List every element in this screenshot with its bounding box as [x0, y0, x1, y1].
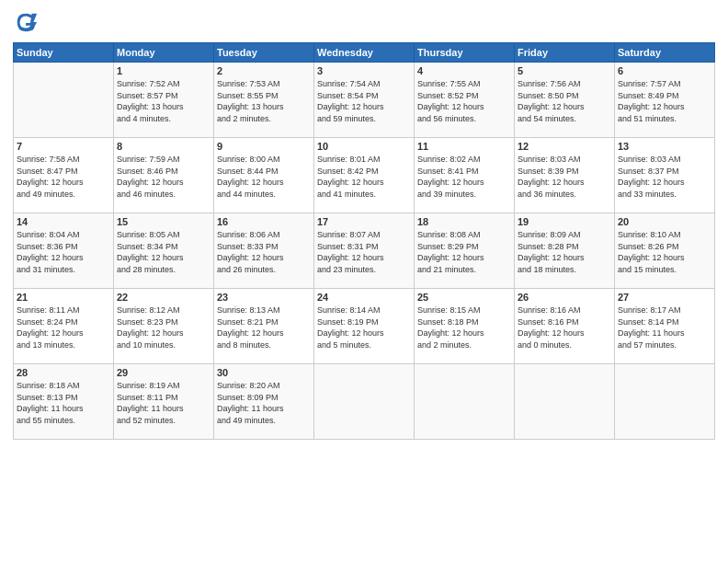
- day-number: 27: [618, 292, 711, 303]
- day-number: 12: [518, 141, 611, 152]
- calendar-cell: [415, 364, 515, 440]
- day-number: 24: [317, 292, 411, 303]
- day-number: 13: [618, 141, 711, 152]
- day-info: Sunrise: 7:54 AM Sunset: 8:54 PM Dayligh…: [317, 78, 411, 124]
- weekday-header: Sunday: [14, 43, 114, 63]
- day-info: Sunrise: 8:01 AM Sunset: 8:42 PM Dayligh…: [317, 154, 411, 200]
- calendar-cell: 12Sunrise: 8:03 AM Sunset: 8:39 PM Dayli…: [515, 138, 615, 213]
- calendar-cell: 21Sunrise: 8:11 AM Sunset: 8:24 PM Dayli…: [14, 289, 114, 364]
- day-info: Sunrise: 8:03 AM Sunset: 8:39 PM Dayligh…: [518, 154, 611, 200]
- weekday-header: Wednesday: [314, 43, 415, 63]
- day-number: 19: [518, 216, 611, 227]
- day-info: Sunrise: 8:06 AM Sunset: 8:33 PM Dayligh…: [217, 229, 311, 275]
- calendar-cell: 3Sunrise: 7:54 AM Sunset: 8:54 PM Daylig…: [314, 63, 415, 138]
- day-info: Sunrise: 8:19 AM Sunset: 8:11 PM Dayligh…: [117, 380, 210, 426]
- day-number: 4: [417, 65, 511, 76]
- calendar-week-row: 1Sunrise: 7:52 AM Sunset: 8:57 PM Daylig…: [14, 63, 715, 138]
- day-number: 10: [317, 141, 411, 152]
- calendar-cell: 19Sunrise: 8:09 AM Sunset: 8:28 PM Dayli…: [515, 213, 615, 289]
- day-info: Sunrise: 8:02 AM Sunset: 8:41 PM Dayligh…: [417, 154, 511, 200]
- calendar-cell: 27Sunrise: 8:17 AM Sunset: 8:14 PM Dayli…: [615, 289, 715, 364]
- day-info: Sunrise: 7:55 AM Sunset: 8:52 PM Dayligh…: [417, 78, 511, 124]
- day-number: 23: [217, 292, 311, 303]
- calendar-cell: 1Sunrise: 7:52 AM Sunset: 8:57 PM Daylig…: [114, 63, 214, 138]
- page-container: SundayMondayTuesdayWednesdayThursdayFrid…: [0, 0, 728, 563]
- calendar-cell: 4Sunrise: 7:55 AM Sunset: 8:52 PM Daylig…: [415, 63, 515, 138]
- logo-icon: [13, 9, 39, 35]
- day-info: Sunrise: 8:18 AM Sunset: 8:13 PM Dayligh…: [17, 380, 110, 426]
- calendar-cell: 26Sunrise: 8:16 AM Sunset: 8:16 PM Dayli…: [515, 289, 615, 364]
- calendar-cell: [314, 364, 415, 440]
- day-info: Sunrise: 8:03 AM Sunset: 8:37 PM Dayligh…: [618, 154, 711, 200]
- day-number: 30: [217, 367, 311, 378]
- day-info: Sunrise: 7:57 AM Sunset: 8:49 PM Dayligh…: [618, 78, 711, 124]
- day-info: Sunrise: 8:09 AM Sunset: 8:28 PM Dayligh…: [518, 229, 611, 275]
- day-number: 2: [217, 65, 311, 76]
- day-info: Sunrise: 8:15 AM Sunset: 8:18 PM Dayligh…: [417, 304, 511, 350]
- calendar-cell: 13Sunrise: 8:03 AM Sunset: 8:37 PM Dayli…: [615, 138, 715, 213]
- calendar-cell: 29Sunrise: 8:19 AM Sunset: 8:11 PM Dayli…: [114, 364, 214, 440]
- calendar-cell: 2Sunrise: 7:53 AM Sunset: 8:55 PM Daylig…: [214, 63, 314, 138]
- day-info: Sunrise: 7:52 AM Sunset: 8:57 PM Dayligh…: [117, 78, 210, 124]
- day-number: 29: [117, 367, 210, 378]
- day-info: Sunrise: 7:53 AM Sunset: 8:55 PM Dayligh…: [217, 78, 311, 124]
- calendar-cell: 16Sunrise: 8:06 AM Sunset: 8:33 PM Dayli…: [214, 213, 314, 289]
- day-number: 20: [618, 216, 711, 227]
- day-info: Sunrise: 8:20 AM Sunset: 8:09 PM Dayligh…: [217, 380, 311, 426]
- calendar-cell: 23Sunrise: 8:13 AM Sunset: 8:21 PM Dayli…: [214, 289, 314, 364]
- day-number: 9: [217, 141, 311, 152]
- calendar-cell: 18Sunrise: 8:08 AM Sunset: 8:29 PM Dayli…: [415, 213, 515, 289]
- day-number: 22: [117, 292, 210, 303]
- day-number: 15: [117, 216, 210, 227]
- day-number: 6: [618, 65, 711, 76]
- calendar-cell: [515, 364, 615, 440]
- weekday-header: Thursday: [415, 43, 515, 63]
- day-number: 5: [518, 65, 611, 76]
- day-number: 3: [317, 65, 411, 76]
- day-info: Sunrise: 8:05 AM Sunset: 8:34 PM Dayligh…: [117, 229, 210, 275]
- calendar-cell: 22Sunrise: 8:12 AM Sunset: 8:23 PM Dayli…: [114, 289, 214, 364]
- day-number: 11: [417, 141, 511, 152]
- day-info: Sunrise: 8:13 AM Sunset: 8:21 PM Dayligh…: [217, 304, 311, 350]
- calendar-week-row: 14Sunrise: 8:04 AM Sunset: 8:36 PM Dayli…: [14, 213, 715, 289]
- calendar-cell: [14, 63, 114, 138]
- weekday-header: Tuesday: [214, 43, 314, 63]
- day-info: Sunrise: 8:16 AM Sunset: 8:16 PM Dayligh…: [518, 304, 611, 350]
- calendar-cell: 7Sunrise: 7:58 AM Sunset: 8:47 PM Daylig…: [14, 138, 114, 213]
- day-info: Sunrise: 8:00 AM Sunset: 8:44 PM Dayligh…: [217, 154, 311, 200]
- day-info: Sunrise: 8:12 AM Sunset: 8:23 PM Dayligh…: [117, 304, 210, 350]
- day-number: 8: [117, 141, 210, 152]
- weekday-header: Saturday: [615, 43, 715, 63]
- calendar-cell: 28Sunrise: 8:18 AM Sunset: 8:13 PM Dayli…: [14, 364, 114, 440]
- calendar-cell: 5Sunrise: 7:56 AM Sunset: 8:50 PM Daylig…: [515, 63, 615, 138]
- day-info: Sunrise: 7:58 AM Sunset: 8:47 PM Dayligh…: [17, 154, 110, 200]
- logo: [13, 9, 42, 35]
- day-info: Sunrise: 7:59 AM Sunset: 8:46 PM Dayligh…: [117, 154, 210, 200]
- calendar-week-row: 28Sunrise: 8:18 AM Sunset: 8:13 PM Dayli…: [14, 364, 715, 440]
- calendar-cell: [615, 364, 715, 440]
- weekday-header: Friday: [515, 43, 615, 63]
- day-number: 1: [117, 65, 210, 76]
- day-info: Sunrise: 8:17 AM Sunset: 8:14 PM Dayligh…: [618, 304, 711, 350]
- weekday-header: Monday: [114, 43, 214, 63]
- header: [13, 9, 715, 35]
- calendar-cell: 14Sunrise: 8:04 AM Sunset: 8:36 PM Dayli…: [14, 213, 114, 289]
- calendar-table: SundayMondayTuesdayWednesdayThursdayFrid…: [13, 42, 715, 440]
- calendar-cell: 11Sunrise: 8:02 AM Sunset: 8:41 PM Dayli…: [415, 138, 515, 213]
- calendar-cell: 15Sunrise: 8:05 AM Sunset: 8:34 PM Dayli…: [114, 213, 214, 289]
- calendar-cell: 17Sunrise: 8:07 AM Sunset: 8:31 PM Dayli…: [314, 213, 415, 289]
- day-number: 17: [317, 216, 411, 227]
- calendar-week-row: 7Sunrise: 7:58 AM Sunset: 8:47 PM Daylig…: [14, 138, 715, 213]
- calendar-week-row: 21Sunrise: 8:11 AM Sunset: 8:24 PM Dayli…: [14, 289, 715, 364]
- calendar-cell: 25Sunrise: 8:15 AM Sunset: 8:18 PM Dayli…: [415, 289, 515, 364]
- day-info: Sunrise: 8:11 AM Sunset: 8:24 PM Dayligh…: [17, 304, 110, 350]
- day-info: Sunrise: 8:10 AM Sunset: 8:26 PM Dayligh…: [618, 229, 711, 275]
- day-info: Sunrise: 8:04 AM Sunset: 8:36 PM Dayligh…: [17, 229, 110, 275]
- calendar-cell: 20Sunrise: 8:10 AM Sunset: 8:26 PM Dayli…: [615, 213, 715, 289]
- day-number: 25: [417, 292, 511, 303]
- day-number: 26: [518, 292, 611, 303]
- calendar-cell: 6Sunrise: 7:57 AM Sunset: 8:49 PM Daylig…: [615, 63, 715, 138]
- weekday-header-row: SundayMondayTuesdayWednesdayThursdayFrid…: [14, 43, 715, 63]
- calendar-cell: 9Sunrise: 8:00 AM Sunset: 8:44 PM Daylig…: [214, 138, 314, 213]
- day-number: 21: [17, 292, 110, 303]
